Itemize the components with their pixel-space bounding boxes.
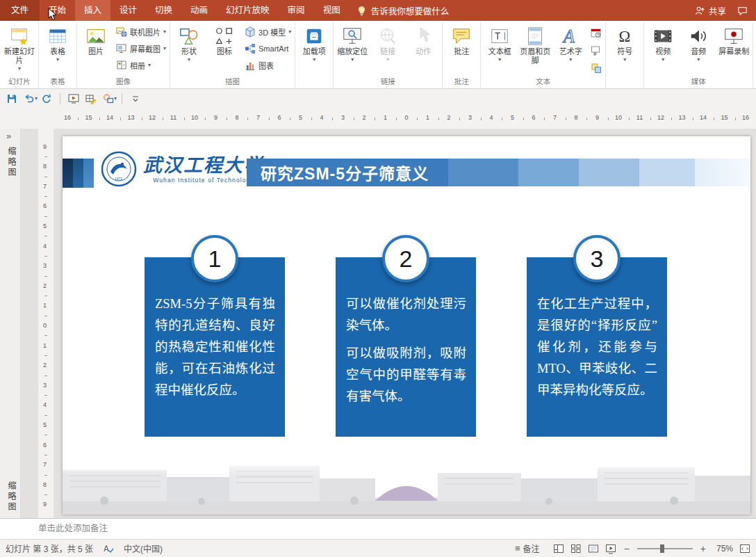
ruler-tick	[44, 296, 47, 296]
tell-me-box[interactable]: 告诉我你想要做什么	[356, 0, 450, 21]
start-slideshow-icon	[68, 93, 79, 104]
item-number-circle[interactable]: 1	[191, 235, 238, 282]
ribbon-button-header-footer[interactable]: 页眉和页脚	[518, 24, 552, 76]
normal-view-button[interactable]	[553, 543, 564, 554]
expand-pane-icon[interactable]: »	[6, 131, 11, 141]
university-logo[interactable]: 1972 武汉工程大学 Wuhan Institute of Technolog…	[101, 151, 264, 187]
ribbon-button-smartart[interactable]: SmartArt	[243, 40, 293, 57]
item-text-box[interactable]: 在化工生产过程中，是很好的“择形反应”催化剂，还能参与MTO、甲苯歧化、二甲苯异…	[527, 257, 667, 437]
ribbon-button-icons[interactable]: 图标	[207, 24, 242, 76]
ruler-tick	[205, 118, 206, 120]
ribbon-button-symbol[interactable]: Ω符号▾	[607, 24, 642, 76]
save-button[interactable]	[4, 91, 19, 106]
dropdown-arrow-icon: ▾	[386, 57, 389, 63]
start-slideshow-button[interactable]	[66, 91, 81, 106]
university-emblem-icon: 1972	[101, 151, 137, 187]
spell-check-icon[interactable]	[103, 543, 114, 554]
ribbon-group-content: 视频▾音频▾屏幕录制	[646, 22, 751, 76]
ribbon-group-label	[297, 76, 331, 88]
ribbon-tab-file[interactable]: 文件	[0, 0, 40, 21]
ribbon-button-wordart[interactable]: A艺术字▾	[553, 24, 588, 76]
tell-me-label: 告诉我你想要做什么	[371, 4, 450, 17]
button-label: 文本框	[488, 47, 511, 56]
undo-button[interactable]: ▾	[22, 91, 37, 106]
ribbon-button-comment[interactable]: 批注	[444, 24, 479, 76]
zoom-level[interactable]: 75%	[714, 544, 733, 554]
ribbon-tab-home[interactable]: 开始	[40, 0, 75, 21]
share-button[interactable]: 共享	[695, 4, 726, 17]
language-indicator[interactable]: 中文(中国)	[124, 542, 163, 554]
ruler-mark: 8	[235, 114, 238, 121]
thumbnail-pane-collapsed[interactable]: » 缩略图 缩略图	[0, 129, 21, 518]
reading-view-button[interactable]	[588, 543, 599, 554]
notes-placeholder: 单击此处添加备注	[38, 524, 108, 533]
ribbon-button-screenshot[interactable]: 屏幕截图▾	[114, 40, 168, 57]
ribbon-button-photo-album[interactable]: 相册▾	[114, 57, 168, 74]
ribbon-button-slide-number[interactable]: #	[589, 43, 604, 58]
ruler-mark: 4	[43, 243, 47, 250]
ribbon: 新建幻灯片▾幻灯片表格▾表格图片联机图片▾屏幕截图▾相册▾图像形状▾图标3D 模…	[0, 21, 756, 89]
ribbon-button-3d-models[interactable]: 3D 模型▾	[243, 24, 293, 40]
slideshow-button[interactable]	[605, 543, 616, 554]
zoom-slider[interactable]	[637, 548, 693, 549]
slide[interactable]: 1972 武汉工程大学 Wuhan Institute of Technolog…	[63, 136, 750, 515]
ribbon-button-date-time[interactable]	[589, 26, 604, 41]
ruler-tick	[247, 118, 248, 120]
ribbon-button-chart[interactable]: 图表	[243, 57, 293, 74]
button-label: 加载项	[303, 47, 326, 56]
ribbon-button-add-ins[interactable]: 加载项▾	[297, 24, 331, 76]
qat-more-button[interactable]	[128, 91, 143, 106]
ribbon-tab-review[interactable]: 审阅	[279, 0, 314, 21]
ribbon-button-zoom[interactable]: 缩放定位▾	[335, 24, 370, 76]
ribbon-button-action[interactable]: 动作	[406, 24, 441, 76]
ribbon-button-object[interactable]	[589, 60, 604, 76]
redo-button[interactable]	[39, 91, 54, 106]
zoom-in-button[interactable]: +	[699, 543, 707, 554]
horizontal-ruler[interactable]: 1615141312111098765432101234567891011121…	[0, 108, 756, 129]
ruler-tick	[481, 118, 482, 120]
ribbon-button-video[interactable]: 视频▾	[646, 24, 680, 76]
draw-table-button[interactable]	[83, 91, 99, 106]
zoom-out-button[interactable]: −	[623, 543, 631, 554]
ribbon-button-online-pictures[interactable]: 联机图片▾	[114, 24, 168, 40]
ribbon-tab-transitions[interactable]: 切换	[146, 0, 181, 21]
feedback-icon[interactable]	[737, 6, 748, 16]
ribbon-tab-view[interactable]: 视图	[314, 0, 350, 21]
ribbon-tab-animations[interactable]: 动画	[181, 0, 217, 21]
shape-tools-button[interactable]: ▾	[101, 91, 116, 106]
ruler-tick	[693, 118, 693, 120]
slide-item-2: 2可以做催化剂处理污染气体。可以做吸附剂，吸附空气中的甲醛等有毒有害气体。	[336, 235, 476, 437]
ribbon-tab-slide-show[interactable]: 幻灯片放映	[217, 0, 279, 21]
ruler-mark: 1	[384, 114, 387, 121]
ribbon-button-screen-recording[interactable]: 屏幕录制	[716, 24, 751, 76]
item-number-circle[interactable]: 3	[573, 235, 621, 282]
zoom-slider-handle[interactable]	[660, 544, 664, 553]
ribbon-group-images: 图片联机图片▾屏幕截图▾相册▾图像	[77, 22, 170, 88]
shape-tools-icon	[103, 93, 114, 104]
ribbon-button-text-box[interactable]: 文本框▾	[482, 24, 517, 76]
svg-text:Ω: Ω	[619, 28, 631, 45]
fit-to-window-button[interactable]	[739, 543, 750, 554]
ribbon-button-link[interactable]: 链接▾	[370, 24, 405, 76]
ribbon-group-add-ins: 加载项▾	[295, 22, 334, 88]
item-number-circle[interactable]: 2	[382, 235, 429, 282]
ribbon-button-audio[interactable]: 音频▾	[681, 24, 716, 76]
ruler-tick	[142, 118, 142, 120]
item-text-box[interactable]: 可以做催化剂处理污染气体。可以做吸附剂，吸附空气中的甲醛等有毒有害气体。	[336, 257, 476, 437]
slide-sorter-view-button[interactable]	[570, 543, 582, 554]
slide-title-banner[interactable]: 研究ZSM-5分子筛意义	[247, 159, 750, 186]
notes-toggle-button[interactable]: ≡ 备注	[515, 542, 540, 554]
ruler-mark: 2	[362, 114, 365, 121]
ribbon-button-picture[interactable]: 图片	[79, 24, 113, 76]
ribbon-button-shapes[interactable]: 形状▾	[172, 24, 206, 76]
vertical-ruler[interactable]: 9876543210123456789	[38, 129, 54, 518]
ribbon-tab-insert[interactable]: 插入	[75, 0, 110, 21]
save-icon	[6, 93, 17, 104]
ribbon-button-new-slide[interactable]: 新建幻灯片▾	[2, 24, 37, 76]
item-text-box[interactable]: ZSM-5分子筛具有独特的孔道结构、良好的热稳定性和催化性能，可在石油炼化过程中…	[145, 257, 285, 437]
ribbon-button-table[interactable]: 表格▾	[40, 24, 75, 76]
ribbon-tab-design[interactable]: 设计	[110, 0, 146, 21]
notes-pane[interactable]: 单击此处添加备注	[0, 518, 756, 539]
ribbon-tab-bar: 文件开始插入设计切换动画幻灯片放映审阅视图 告诉我你想要做什么 共享	[0, 0, 756, 21]
ruler-tick	[78, 118, 79, 120]
